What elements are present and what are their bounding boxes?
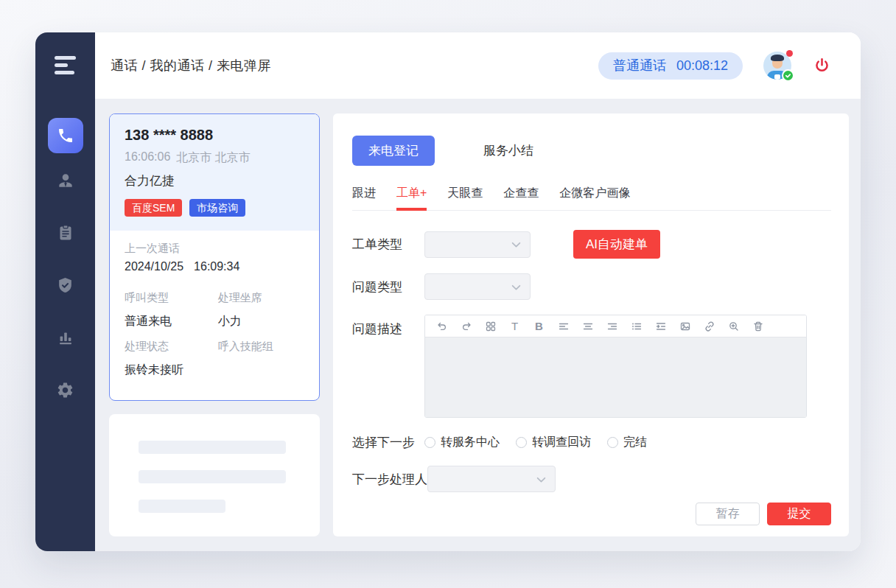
loading-placeholder-card	[109, 414, 320, 536]
subtab-qichacha[interactable]: 企查查	[503, 186, 539, 210]
subtab-wecom-profile[interactable]: 企微客户画像	[559, 186, 630, 210]
last-call-date: 2024/10/25	[125, 260, 183, 273]
undo-icon[interactable]	[430, 316, 454, 337]
next-handler-label: 下一步处理人	[352, 471, 427, 488]
caller-company: 合力亿捷	[125, 172, 304, 189]
radio-transfer-service-center[interactable]: 转服务中心	[424, 435, 500, 450]
unordered-list-icon[interactable]	[624, 316, 648, 337]
issue-desc-label: 问题描述	[352, 321, 424, 337]
caller-card: 138 **** 8888 16:06:06 北京市 北京市 合力亿捷 百度SE…	[109, 113, 320, 401]
redo-icon[interactable]	[454, 316, 478, 337]
sidebar-item-reports[interactable]	[48, 320, 83, 355]
call-register-panel: 来电登记 服务小结 跟进 工单+ 天眼查 企查查 企微客户画像 工单类型	[333, 113, 849, 536]
trash-icon[interactable]	[746, 316, 770, 337]
tab-service-summary[interactable]: 服务小结	[467, 136, 550, 166]
content-area: 138 **** 8888 16:06:06 北京市 北京市 合力亿捷 百度SE…	[95, 99, 861, 551]
caller-location: 北京市 北京市	[176, 150, 250, 166]
call-start-time: 16:06:06	[125, 150, 170, 166]
gear-icon	[56, 381, 74, 399]
breadcrumb: 通话 / 我的通话 / 来电弹屏	[111, 57, 271, 74]
field-value	[218, 363, 304, 378]
field-label: 呼叫类型	[125, 291, 218, 305]
avatar[interactable]	[763, 52, 791, 80]
issue-type-label: 问题类型	[352, 279, 424, 295]
align-left-icon[interactable]	[551, 316, 575, 337]
link-icon[interactable]	[697, 316, 721, 337]
user-icon	[56, 171, 75, 190]
ticket-type-select[interactable]	[424, 231, 531, 258]
sidebar-item-workorders[interactable]	[48, 215, 83, 251]
last-call-title: 上一次通话	[125, 242, 304, 256]
ai-create-ticket-button[interactable]: AI自动建单	[573, 230, 660, 259]
top-header: 通话 / 我的通话 / 来电弹屏 普通通话 00:08:12	[95, 32, 861, 99]
subtab-tianyancha[interactable]: 天眼查	[447, 186, 483, 210]
indent-icon[interactable]	[648, 316, 673, 337]
last-call-time: 16:09:34	[194, 260, 239, 273]
issue-type-select[interactable]	[424, 273, 531, 300]
radio-icon	[424, 437, 435, 448]
caller-phone-number: 138 **** 8888	[125, 127, 304, 144]
bar-chart-icon	[57, 329, 74, 346]
issue-desc-input[interactable]	[425, 337, 806, 417]
call-timer: 00:08:12	[676, 58, 728, 74]
radio-transfer-survey-callback[interactable]: 转调查回访	[516, 435, 591, 450]
editor-toolbar: T B	[425, 315, 806, 337]
skeleton-bar	[139, 441, 286, 454]
shield-check-icon	[56, 276, 74, 295]
field-label: 处理状态	[125, 340, 218, 354]
align-center-icon[interactable]	[575, 316, 600, 337]
field-value: 普通来电	[125, 314, 218, 329]
chevron-down-icon	[511, 281, 521, 293]
grid-icon[interactable]	[478, 316, 503, 337]
zoom-in-icon[interactable]	[721, 316, 746, 337]
rich-text-editor: T B	[424, 315, 807, 418]
field-label: 处理坐席	[218, 291, 304, 305]
app-window: 通话 / 我的通话 / 来电弹屏 普通通话 00:08:12	[35, 32, 861, 551]
notification-dot	[786, 50, 793, 57]
subtab-work-order[interactable]: 工单+	[396, 186, 427, 210]
save-draft-button[interactable]: 暂存	[696, 503, 760, 525]
tag-baidu-sem: 百度SEM	[125, 199, 182, 217]
field-value: 小力	[218, 314, 304, 329]
sidebar-item-contacts[interactable]	[48, 163, 83, 198]
sidebar-item-calls[interactable]	[48, 118, 83, 153]
call-type-label: 普通通话	[613, 57, 666, 74]
call-status-badge: 普通通话 00:08:12	[598, 52, 743, 80]
tag-market-consult: 市场咨询	[189, 199, 245, 217]
sidebar-item-settings[interactable]	[48, 372, 83, 407]
last-call-section: 上一次通话 2024/10/25 16:09:34 呼叫类型 处理坐席 普通来电…	[110, 231, 319, 389]
image-icon[interactable]	[673, 316, 697, 337]
submit-button[interactable]: 提交	[767, 503, 831, 525]
bold-icon[interactable]: B	[527, 316, 551, 337]
next-step-label: 选择下一步	[352, 434, 424, 451]
menu-icon[interactable]	[55, 56, 77, 78]
sidebar-item-quality[interactable]	[48, 267, 83, 303]
sub-tabs: 跟进 工单+ 天眼查 企查查 企微客户画像	[352, 186, 831, 211]
next-step-options: 转服务中心 转调查回访 完结	[424, 435, 647, 450]
subtab-follow-up[interactable]: 跟进	[352, 186, 376, 210]
text-icon[interactable]: T	[503, 316, 527, 337]
skeleton-bar	[139, 470, 286, 483]
radio-icon	[516, 437, 527, 448]
caller-summary: 138 **** 8888 16:06:06 北京市 北京市 合力亿捷 百度SE…	[110, 114, 319, 231]
field-label: 呼入技能组	[218, 340, 304, 354]
ticket-type-label: 工单类型	[352, 236, 424, 253]
skeleton-bar	[139, 500, 225, 513]
phone-icon	[57, 127, 74, 144]
online-status-icon	[782, 69, 794, 82]
tab-call-register[interactable]: 来电登记	[352, 136, 435, 166]
radio-complete[interactable]: 完结	[607, 435, 647, 450]
field-value: 振铃未接听	[125, 363, 218, 378]
chevron-down-icon	[511, 238, 521, 251]
next-handler-select[interactable]	[427, 466, 556, 492]
primary-tabs: 来电登记 服务小结	[352, 136, 831, 166]
radio-icon	[607, 437, 618, 448]
power-icon[interactable]	[812, 56, 831, 75]
sidebar	[35, 32, 95, 551]
clipboard-icon	[57, 224, 74, 242]
chevron-down-icon	[536, 473, 546, 486]
align-right-icon[interactable]	[600, 316, 624, 337]
